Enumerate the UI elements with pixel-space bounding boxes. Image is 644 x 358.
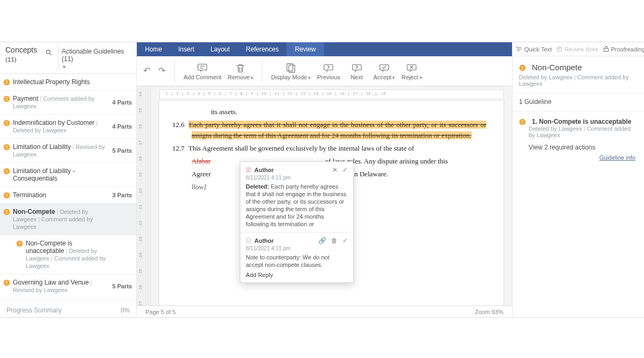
comment-author: Author <box>254 167 329 173</box>
menu-review[interactable]: Review <box>287 42 324 56</box>
concept-item-termination[interactable]: Termination3 Parts <box>0 187 136 204</box>
proofreading-button[interactable]: Proofreading <box>603 46 644 53</box>
menu-insert[interactable]: Insert <box>170 42 202 56</box>
concept-name: Termination <box>13 191 46 199</box>
svg-rect-51 <box>522 120 523 122</box>
svg-rect-19 <box>6 196 7 197</box>
concept-item-non-compete-is-unacceptable[interactable]: Non-Compete is unacceptableDeleted by La… <box>0 235 136 274</box>
menu-references[interactable]: References <box>238 42 287 56</box>
search-icon[interactable] <box>43 46 55 58</box>
close-icon[interactable]: ✕ <box>332 166 338 174</box>
undo-button[interactable]: ↶ <box>141 65 152 77</box>
warning-icon <box>519 64 529 71</box>
review-note-button[interactable]: Review Note <box>556 46 598 53</box>
comment-timestamp: 8/11/2021 4:11 pm <box>246 245 348 251</box>
page-indicator: Page 5 of 5 <box>145 309 175 315</box>
reject-icon <box>405 62 418 74</box>
concept-name: Limitation of Liability <box>13 143 71 151</box>
panel-title: Non-Compete <box>519 63 638 72</box>
svg-rect-3 <box>6 80 7 83</box>
concept-item-intellectual-property-rights[interactable]: Intellectual Property Rights <box>0 74 136 91</box>
menu-home[interactable]: Home <box>137 42 170 56</box>
svg-rect-9 <box>6 121 7 123</box>
guideline-info-link[interactable]: Guideline info <box>519 152 638 161</box>
link-icon[interactable]: 🔗 <box>318 237 326 244</box>
svg-rect-49 <box>522 69 523 69</box>
progress-summary: Progress Summary 0% <box>0 301 136 317</box>
redo-button[interactable]: ↷ <box>156 65 167 77</box>
add-comment-button[interactable]: Add Comment <box>180 62 224 80</box>
horizontal-ruler: · 1 · | · 2 · | · 3 · | · 4 · | · 5 · | … <box>159 89 503 99</box>
accept-icon <box>378 62 391 74</box>
remove-button[interactable]: Remove▾ <box>224 62 257 80</box>
svg-rect-24 <box>19 242 20 244</box>
reject-button[interactable]: Reject▾ <box>398 62 425 80</box>
accept-button[interactable]: Accept▾ <box>370 62 399 80</box>
next-icon <box>350 62 363 74</box>
concept-parts: 4 Parts <box>108 99 132 106</box>
editor-menubar: HomeInsertLayoutReferencesReview <box>137 42 512 56</box>
concept-name: Governing Law and Venue <box>13 279 89 286</box>
guideline-item[interactable]: 1. Non-Compete is unacceptable Deleted b… <box>513 111 644 167</box>
concept-name: Intellectual Property Rights <box>13 78 90 86</box>
warning-icon <box>3 144 13 151</box>
view-required-actions-link[interactable]: View 2 required actions <box>529 144 638 151</box>
document-editor: HomeInsertLayoutReferencesReview ↶ ↷ Add… <box>137 42 512 317</box>
concepts-sidebar: Concepts (11) Actionable Guidelines (11)… <box>0 42 137 317</box>
warning-icon <box>3 120 13 126</box>
menu-layout[interactable]: Layout <box>202 42 238 56</box>
add-reply-button[interactable]: Add Reply <box>246 272 348 278</box>
top-blank-area <box>0 0 644 42</box>
svg-rect-6 <box>6 97 7 99</box>
accept-check-icon[interactable]: ✓ <box>342 237 348 244</box>
author-color-swatch <box>246 238 251 243</box>
warning-icon <box>3 279 13 286</box>
concept-list: Intellectual Property RightsPaymentComme… <box>0 74 136 301</box>
concepts-heading: Concepts (11) <box>5 46 43 64</box>
next-button[interactable]: Next <box>343 62 370 80</box>
warning-icon <box>16 240 26 247</box>
concept-item-indemnification-by-customer[interactable]: Indemnification by CustomerDeleted by La… <box>0 115 136 139</box>
actionable-guidelines-dropdown[interactable]: Actionable Guidelines (11)▾ <box>62 46 132 70</box>
concept-parts: 5 Parts <box>108 283 132 289</box>
concept-item-payment[interactable]: PaymentComment added by Lawgeex4 Parts <box>0 91 136 115</box>
comment-timestamp: 8/11/2021 4:11 pm <box>246 175 348 181</box>
concept-item-governing-law-and-venue[interactable]: Governing Law and VenueRevised by Lawgee… <box>0 274 136 299</box>
concept-item-limitation-of-liability-consequentials[interactable]: Limitation of Liability - Consequentials <box>0 163 136 187</box>
zoom-indicator: Zoom 93% <box>475 309 503 315</box>
progress-value: 0% <box>121 307 130 314</box>
editor-statusbar: Page 5 of 5 Zoom 93% <box>137 305 512 317</box>
warning-icon <box>3 168 13 175</box>
concept-item-limitation-of-liability[interactable]: Limitation of LiabilityRevised by Lawgee… <box>0 139 136 163</box>
panel-meta: Deleted by LawgeexComment added by Lawge… <box>519 74 638 87</box>
concept-parts: 5 Parts <box>108 147 132 154</box>
svg-rect-13 <box>6 148 7 148</box>
svg-rect-48 <box>522 66 523 68</box>
trash-icon <box>234 62 247 74</box>
svg-rect-21 <box>6 210 7 212</box>
quick-text-button[interactable]: Quick Text <box>516 46 552 53</box>
display-mode-button[interactable]: Display Mode▾ <box>268 62 314 80</box>
concept-parts: 4 Parts <box>108 123 132 130</box>
comment-author: Author <box>254 237 315 244</box>
warning-icon <box>519 118 529 125</box>
previous-button[interactable]: Previous <box>314 62 343 80</box>
display-mode-icon <box>284 62 297 74</box>
document-page[interactable]: its assets. 12.6Each party hereby agrees… <box>159 101 503 305</box>
warning-icon <box>3 79 13 86</box>
svg-rect-18 <box>6 193 7 196</box>
guideline-count: 1 Guideline <box>513 93 644 111</box>
accept-check-icon[interactable]: ✓ <box>342 166 348 174</box>
deleted-text-body: Deleted: Each party hereby agrees that i… <box>246 183 348 228</box>
concept-parts: 3 Parts <box>108 192 132 198</box>
concept-item-non-compete[interactable]: Non-CompeteDeleted by LawgeexComment add… <box>0 204 136 235</box>
delete-icon[interactable]: 🗑 <box>331 237 338 244</box>
vertical-ruler: · 14 ·· 15 ·· 16 ·· 17 ·· 18 ·· 19 ·· 20… <box>137 86 151 305</box>
svg-rect-39 <box>324 64 333 70</box>
svg-rect-52 <box>522 123 523 123</box>
concept-name: Non-Compete <box>13 208 55 215</box>
warning-icon <box>3 95 13 102</box>
concept-name: Payment <box>13 95 38 102</box>
svg-rect-12 <box>6 145 7 147</box>
svg-rect-25 <box>19 244 20 245</box>
